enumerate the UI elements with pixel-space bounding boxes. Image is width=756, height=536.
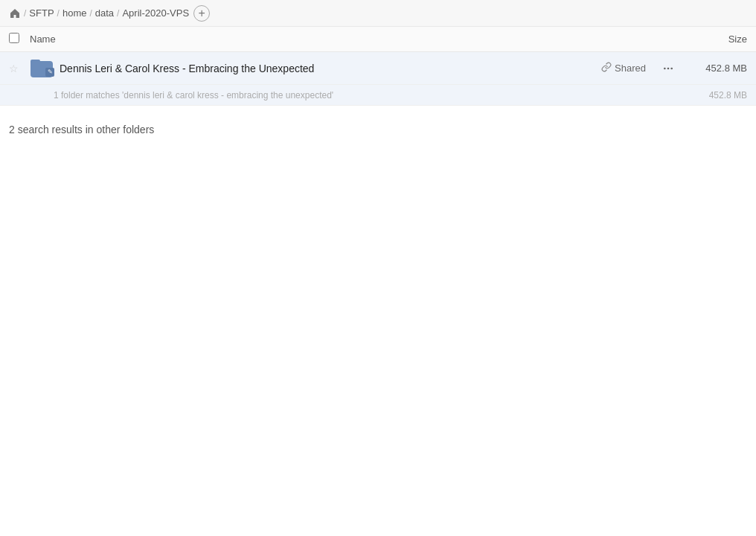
file-name: Dennis Leri & Carol Kress - Embracing th… (60, 63, 601, 74)
svg-point-0 (664, 67, 666, 69)
file-size: 452.8 MB (688, 63, 747, 74)
select-all-checkbox[interactable] (9, 33, 19, 43)
sub-info-row: 1 folder matches 'dennis leri & carol kr… (0, 85, 756, 106)
more-options-button[interactable] (658, 58, 679, 79)
svg-point-2 (670, 67, 673, 69)
other-results-label: 2 search results in other folders (9, 124, 154, 135)
svg-point-1 (667, 67, 670, 69)
header-size-label: Size (680, 34, 747, 45)
breadcrumb-sep-1: / (24, 8, 26, 19)
folder-icon: ✎ (31, 60, 53, 77)
breadcrumb-item-sftp[interactable]: SFTP (29, 7, 54, 19)
add-tab-button[interactable]: + (193, 5, 210, 22)
breadcrumb-item-april-2020-vps[interactable]: April-2020-VPS (122, 7, 189, 19)
table-header: Name Size (0, 27, 756, 52)
breadcrumb: / SFTP / home / data / April-2020-VPS + (0, 0, 756, 27)
header-name-label: Name (30, 34, 680, 45)
breadcrumb-item-home[interactable]: home (63, 7, 87, 19)
breadcrumb-sep-2: / (57, 8, 60, 19)
breadcrumb-sep-4: / (117, 8, 119, 19)
table-row[interactable]: ☆ ✎ Dennis Leri & Carol Kress - Embracin… (0, 52, 756, 85)
folder-icon-wrap: ✎ (30, 57, 54, 80)
breadcrumb-item-data[interactable]: data (95, 7, 114, 19)
shared-label: Shared (615, 63, 646, 74)
link-icon (601, 62, 612, 74)
folder-body: ✎ (31, 61, 53, 77)
header-checkbox-col (9, 33, 30, 45)
row-checkbox-col: ☆ (9, 63, 30, 74)
pencil-badge: ✎ (45, 68, 54, 77)
shared-badge: Shared (601, 62, 646, 74)
breadcrumb-sep-3: / (89, 8, 92, 19)
sub-info-size: 452.8 MB (688, 90, 747, 100)
sub-info-text: 1 folder matches 'dennis leri & carol kr… (54, 90, 688, 100)
breadcrumb-home-icon[interactable] (9, 7, 21, 19)
other-results-section: 2 search results in other folders (0, 106, 756, 141)
star-icon[interactable]: ☆ (9, 63, 24, 74)
